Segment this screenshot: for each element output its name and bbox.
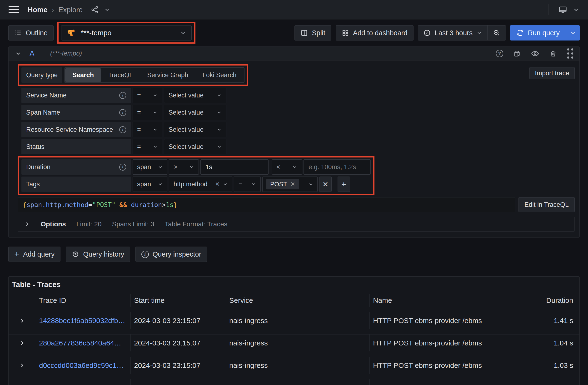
row-expand-chevron-icon[interactable] xyxy=(9,312,36,329)
span-name-value-select[interactable]: Select value xyxy=(164,105,226,120)
clear-tag-key-icon[interactable]: ✕ xyxy=(215,181,220,187)
query-help-button[interactable]: ? xyxy=(496,50,503,57)
remove-tag-button[interactable]: ✕ xyxy=(319,177,332,192)
chevron-down-icon xyxy=(308,181,314,187)
filter-row-duration: Duration i span > < xyxy=(21,159,371,175)
column-header-name[interactable]: Name xyxy=(369,294,520,307)
column-header-duration[interactable]: Duration xyxy=(520,294,579,307)
history-icon xyxy=(72,250,79,258)
trash-icon xyxy=(549,50,557,57)
remove-tag-value-icon[interactable]: ✕ xyxy=(291,181,295,187)
query-type-traceql[interactable]: TraceQL xyxy=(101,68,140,82)
section-divider xyxy=(0,269,588,269)
tag-scope-select[interactable]: span xyxy=(133,177,167,192)
add-query-button[interactable]: + Add query xyxy=(8,247,61,262)
chevron-down-icon xyxy=(223,181,228,187)
name-cell: HTTP POST ebms-provider /ebms xyxy=(369,357,520,374)
chevron-down-icon xyxy=(153,93,158,98)
time-picker-group: Last 3 hours xyxy=(418,25,506,41)
monitor-icon[interactable] xyxy=(558,5,567,15)
resource-service-namespace-value-select[interactable]: Select value xyxy=(164,122,226,137)
row-expand-chevron-icon[interactable] xyxy=(9,334,36,351)
column-header-start-time[interactable]: Start time xyxy=(130,294,226,307)
duration-max-operator-select[interactable]: < xyxy=(272,159,302,175)
tag-value-select[interactable]: POST ✕ xyxy=(262,177,317,192)
run-query-button[interactable]: Run query xyxy=(510,25,566,41)
query-type-service-graph[interactable]: Service Graph xyxy=(140,68,195,82)
name-cell: HTTP POST ebms-provider /ebms xyxy=(369,334,520,351)
info-icon[interactable]: i xyxy=(119,92,126,99)
menu-icon[interactable] xyxy=(9,6,19,13)
duration-scope-select[interactable]: span xyxy=(133,159,167,175)
run-query-chevron-down-icon[interactable] xyxy=(566,25,580,41)
info-icon[interactable]: i xyxy=(119,126,126,133)
edit-in-traceql-button[interactable]: Edit in TraceQL xyxy=(519,197,575,212)
topnav-chevron-down-icon[interactable] xyxy=(573,6,579,13)
row-expand-chevron-icon[interactable] xyxy=(9,379,36,385)
duration-min-operator-select[interactable]: > xyxy=(169,159,199,175)
tag-key-select[interactable]: http.method ✕ xyxy=(169,177,232,192)
info-icon[interactable]: i xyxy=(119,164,126,171)
span-name-operator-select[interactable]: = xyxy=(133,105,162,120)
zoom-out-time-button[interactable] xyxy=(487,25,506,40)
breadcrumb-chevron-down-icon[interactable] xyxy=(104,7,110,13)
refresh-icon xyxy=(516,29,524,37)
duplicate-query-button[interactable] xyxy=(513,50,521,57)
duration-min-input[interactable] xyxy=(200,159,269,175)
add-to-dashboard-button[interactable]: Add to dashboard xyxy=(336,25,414,41)
query-ref-id: A xyxy=(29,49,35,58)
drag-handle-icon[interactable] xyxy=(567,48,573,59)
time-range-picker[interactable]: Last 3 hours xyxy=(418,25,487,40)
eye-icon xyxy=(531,49,539,58)
column-header-service[interactable]: Service xyxy=(226,294,369,307)
run-query-split-button: Run query xyxy=(510,25,580,41)
tag-operator-select[interactable]: = xyxy=(234,177,261,192)
duration-max-input[interactable] xyxy=(304,159,371,175)
status-operator-select[interactable]: = xyxy=(133,139,162,154)
trace-id-link[interactable]: 508a9a82d2e7660aba10… xyxy=(39,384,126,385)
annotation-box-datasource: ***-tempo xyxy=(57,22,195,44)
query-inspector-button[interactable]: i Query inspector xyxy=(135,247,207,262)
split-button[interactable]: Split xyxy=(294,25,331,41)
remove-query-button[interactable] xyxy=(549,50,557,57)
query-type-search[interactable]: Search xyxy=(65,68,101,82)
add-tag-button[interactable]: + xyxy=(337,177,350,192)
options-collapse-row[interactable]: Options Limit: 20 Spans Limit: 3 Table F… xyxy=(18,217,575,232)
breadcrumb-home[interactable]: Home xyxy=(28,6,47,14)
table-row: d0cccdd003a6ed9c59c1… 2024-03-03 23:15:0… xyxy=(9,357,579,374)
info-icon[interactable]: i xyxy=(119,109,126,116)
datasource-picker[interactable]: ***-tempo xyxy=(61,25,192,41)
table-row: 14288bec1f6ab59032dfb… 2024-03-03 23:15:… xyxy=(9,312,579,329)
chevron-down-icon xyxy=(153,110,158,115)
start-time-cell: 2024-03-03 23:15:06 xyxy=(130,379,226,385)
service-cell: nais-ingress xyxy=(226,357,369,374)
query-history-button[interactable]: Query history xyxy=(66,247,130,262)
chevron-down-icon xyxy=(217,93,222,98)
import-trace-button[interactable]: Import trace xyxy=(529,67,575,79)
status-value-select[interactable]: Select value xyxy=(164,139,226,154)
duration-cell: 1.04 s xyxy=(520,334,579,351)
share-icon[interactable] xyxy=(91,6,99,14)
service-cell: nais-ingress xyxy=(226,312,369,329)
clock-icon xyxy=(423,29,431,37)
duration-cell: 1.03 s xyxy=(520,357,579,374)
trace-id-link[interactable]: 14288bec1f6ab59032dfb… xyxy=(39,317,125,325)
datasource-name: ***-tempo xyxy=(81,29,111,37)
query-editor-panel: A (***-tempo) ? xyxy=(8,46,580,238)
service-cell: nais-ingress xyxy=(226,379,369,385)
query-type-loki-search[interactable]: Loki Search xyxy=(195,68,244,82)
resource-service-namespace-operator-select[interactable]: = xyxy=(133,122,162,137)
outline-label: Outline xyxy=(26,29,48,37)
toggle-query-visibility-button[interactable] xyxy=(531,49,539,58)
row-expand-chevron-icon[interactable] xyxy=(9,357,36,374)
column-header-trace-id[interactable]: Trace ID xyxy=(36,294,130,307)
chevron-down-icon xyxy=(158,181,163,187)
duration-label: Duration i xyxy=(21,159,131,175)
collapse-query-chevron-icon[interactable] xyxy=(15,50,21,57)
outline-button[interactable]: Outline xyxy=(8,25,54,41)
trace-id-link[interactable]: d0cccdd003a6ed9c59c1… xyxy=(39,362,124,369)
service-name-operator-select[interactable]: = xyxy=(133,88,162,103)
trace-id-link[interactable]: 280a2677836c5840a64… xyxy=(39,339,121,347)
service-name-value-select[interactable]: Select value xyxy=(164,88,226,103)
chevron-down-icon xyxy=(217,127,222,132)
